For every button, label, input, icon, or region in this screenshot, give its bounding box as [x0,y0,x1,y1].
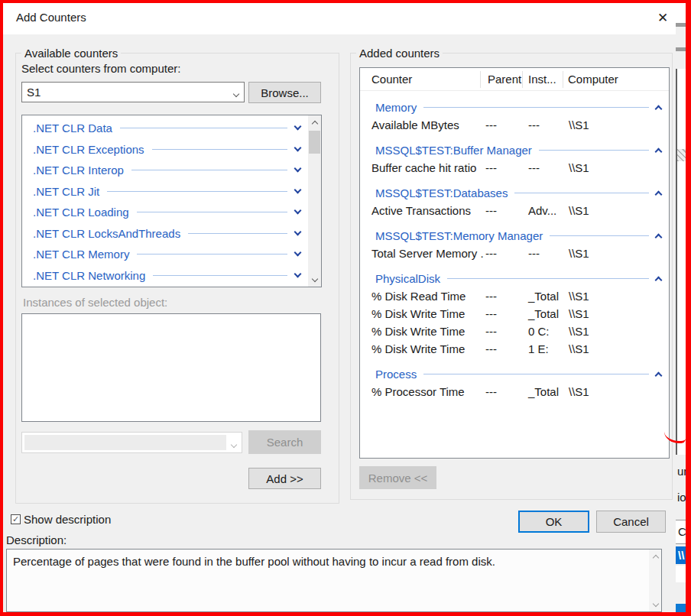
table-header-row: Counter Parent Inst... Computer [360,68,669,91]
counter-object-item[interactable]: .NET CLR Loading [22,202,308,223]
scrollbar-thumb[interactable] [309,131,320,154]
chevron-down-icon[interactable] [294,165,302,173]
cell-parent: --- [484,307,528,320]
rule-line [447,278,649,279]
counter-object-item[interactable]: .NET CLR LocksAndThreads [22,223,308,245]
dialog-title: Add Counters [16,11,86,24]
counter-group-name: MSSQL$TEST:Buffer Manager [375,144,532,157]
chevron-up-icon[interactable] [655,371,663,379]
red-annotation-border-top [0,0,691,3]
cell-computer: \\S1 [569,325,669,338]
chevron-down-icon[interactable] [294,249,302,257]
counter-group-header[interactable]: MSSQL$TEST:Memory Manager [360,226,669,245]
chevron-up-icon[interactable] [655,190,663,198]
chevron-down-icon[interactable] [294,144,302,151]
chevron-up-icon[interactable] [655,276,663,284]
search-combobox [21,432,242,453]
cell-parent: --- [484,161,528,174]
table-row[interactable]: % Disk Write Time --- _Total \\S1 [360,305,669,323]
scrollbar[interactable] [308,115,321,287]
rule-line [137,212,287,212]
rule-line [188,233,287,234]
column-header-counter[interactable]: Counter [360,71,481,88]
added-counters-table[interactable]: Counter Parent Inst... Computer Memory A… [359,67,670,459]
screenshot-root: un ior C \\ Add Counters ✕ Available cou… [0,0,691,616]
ok-button[interactable]: OK [518,511,589,533]
counter-object-label: .NET CLR LocksAndThreads [33,227,180,240]
red-annotation-border-left [0,0,3,616]
table-row[interactable]: Available MBytes --- --- \\S1 [360,116,669,134]
cell-parent: --- [484,247,528,260]
add-button[interactable]: Add >> [248,468,321,489]
cell-instance: _Total [528,290,569,303]
cell-counter: Available MBytes [360,118,484,131]
cell-counter: Buffer cache hit ratio [360,161,484,174]
cell-parent: --- [484,342,528,355]
chevron-down-icon[interactable] [294,228,302,235]
close-icon[interactable]: ✕ [651,8,674,29]
counter-object-label: .NET CLR Networking [33,269,145,282]
counter-object-item[interactable]: .NET CLR Exceptions [22,139,308,160]
column-header-computer[interactable]: Computer [563,71,669,88]
counter-object-item[interactable]: .NET CLR Networking [22,265,308,287]
counter-group-name: Memory [375,101,417,114]
table-row[interactable]: Total Server Memory ... --- --- \\S1 [360,245,669,262]
cell-computer: \\S1 [569,385,669,398]
description-scrollbar[interactable] [649,550,661,611]
chevron-down-icon[interactable] [229,86,244,99]
cell-counter: Active Transactions [360,204,484,217]
added-counters-group-label: Added counters [356,47,443,60]
table-row[interactable]: % Disk Write Time --- 1 E: \\S1 [360,340,669,358]
table-row[interactable]: % Disk Write Time --- 0 C: \\S1 [360,323,669,340]
chevron-down-icon[interactable] [294,186,302,193]
table-row[interactable]: Buffer cache hit ratio --- --- \\S1 [360,159,669,177]
counter-group-name: MSSQL$TEST:Memory Manager [375,229,543,242]
table-row[interactable]: Active Transactions --- Adv... \\S1 [360,202,669,219]
counter-object-item[interactable]: .NET CLR Jit [22,181,308,203]
counter-object-label: .NET CLR Data [33,122,112,135]
column-header-parent[interactable]: Parent [481,71,523,88]
cell-instance: --- [528,118,569,131]
counter-group-header[interactable]: PhysicalDisk [360,269,669,287]
computer-combobox[interactable]: S1 [21,82,245,102]
chevron-down-icon[interactable] [294,270,302,277]
scroll-up-icon[interactable] [308,115,321,128]
search-combobox-fill [24,435,226,450]
scroll-up-icon[interactable] [649,550,662,563]
cell-computer: \\S1 [569,307,669,320]
cell-instance: _Total [528,385,569,398]
counter-group-header[interactable]: MSSQL$TEST:Buffer Manager [360,141,669,159]
table-row[interactable]: % Processor Time --- _Total \\S1 [360,383,669,400]
counter-object-item[interactable]: .NET CLR Memory [22,244,308,265]
rule-line [423,374,649,374]
chevron-down-icon[interactable] [294,123,302,131]
background-hatch-fragment [677,149,686,161]
rule-line [152,149,287,150]
chevron-up-icon[interactable] [655,148,663,155]
chevron-up-icon[interactable] [655,233,663,241]
counter-group-name: PhysicalDisk [375,272,440,285]
show-description-checkbox[interactable]: ✓ [11,514,21,524]
counter-group-name: MSSQL$TEST:Databases [375,186,508,199]
chevron-up-icon[interactable] [655,105,663,112]
counter-object-item[interactable]: .NET CLR Data [22,118,308,139]
table-row[interactable]: % Disk Read Time --- _Total \\S1 [360,287,669,305]
instances-list[interactable] [21,313,321,422]
cancel-button[interactable]: Cancel [596,511,666,533]
counter-group-header[interactable]: MSSQL$TEST:Databases [360,183,669,202]
counter-group-header[interactable]: Process [360,365,669,383]
cell-parent: --- [484,118,528,131]
counter-object-item[interactable]: .NET CLR Interop [22,160,308,181]
available-counters-list[interactable]: .NET CLR Data .NET CLR Exceptions .NET C… [21,115,322,287]
counter-object-label: .NET CLR Jit [33,185,99,198]
column-header-instance[interactable]: Inst... [523,71,563,88]
scroll-down-icon[interactable] [649,598,662,611]
background-row-fragment [676,566,686,582]
scroll-down-icon[interactable] [308,274,321,287]
cell-instance: 0 C: [528,325,569,338]
background-selected-row-fragment: \\ [676,546,686,564]
chevron-down-icon[interactable] [294,207,302,215]
counter-group-header[interactable]: Memory [360,98,669,116]
browse-button[interactable]: Browse... [248,82,321,103]
add-counters-dialog: Add Counters ✕ Available counters Select… [3,3,676,612]
